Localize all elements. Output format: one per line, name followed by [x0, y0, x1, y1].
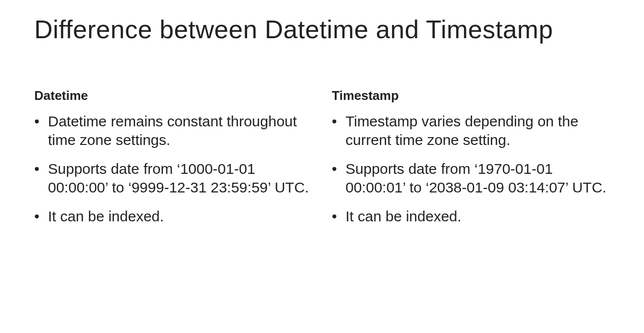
datetime-list: Datetime remains constant throughout tim… — [34, 112, 312, 226]
list-item: Supports date from ‘1000-01-01 00:00:00’… — [34, 160, 312, 196]
list-item: It can be indexed. — [332, 207, 610, 226]
timestamp-heading: Timestamp — [332, 88, 610, 103]
list-item: Timestamp varies depending on the curren… — [332, 112, 610, 149]
timestamp-list: Timestamp varies depending on the curren… — [332, 112, 610, 226]
datetime-heading: Datetime — [34, 88, 312, 103]
comparison-columns: Datetime Datetime remains constant throu… — [34, 88, 610, 237]
list-item: Datetime remains constant throughout tim… — [34, 112, 312, 149]
slide-title: Difference between Datetime and Timestam… — [34, 15, 610, 44]
list-item: Supports date from ‘1970-01-01 00:00:01’… — [332, 160, 610, 196]
timestamp-column: Timestamp Timestamp varies depending on … — [332, 88, 610, 237]
datetime-column: Datetime Datetime remains constant throu… — [34, 88, 312, 237]
list-item: It can be indexed. — [34, 207, 312, 226]
